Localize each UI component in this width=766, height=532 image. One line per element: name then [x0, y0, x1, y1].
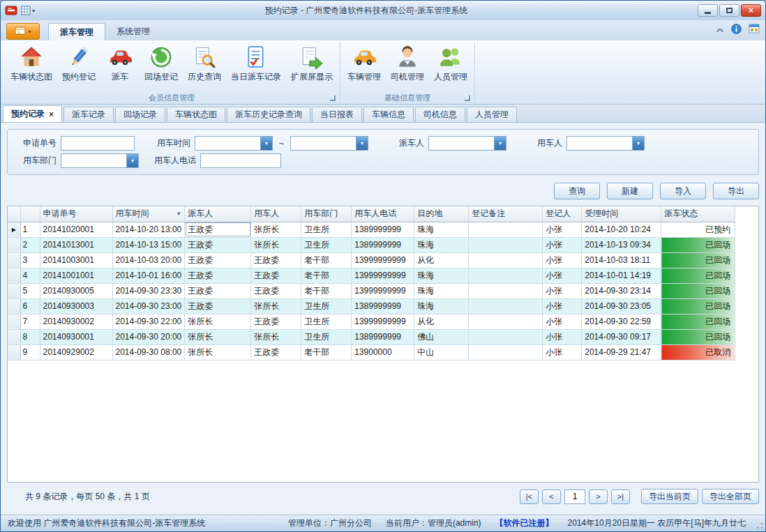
- grid-cell[interactable]: 卫生所: [301, 329, 352, 344]
- grid-cell[interactable]: 小张: [543, 252, 582, 268]
- chevron-down-icon[interactable]: ▼: [356, 137, 368, 150]
- extended-screen-display-button[interactable]: 扩展屏显示: [286, 42, 338, 84]
- close-button[interactable]: ×: [741, 4, 761, 17]
- grid-cell[interactable]: 张所长: [185, 329, 251, 344]
- use-time-to-dropdown[interactable]: ▼: [290, 136, 368, 151]
- grid-row[interactable]: 8201409300012014-09-30 20:00张所长张所长卫生所138…: [8, 329, 735, 344]
- grid-cell[interactable]: 王政委: [251, 283, 301, 298]
- grid-cell[interactable]: 13999999999: [352, 314, 414, 329]
- maximize-button[interactable]: [719, 4, 739, 17]
- grid-cell[interactable]: 老干部: [301, 344, 352, 360]
- history-query-button[interactable]: 历史查询: [183, 42, 226, 84]
- doc-tab-personnel-management[interactable]: 人员管理: [467, 107, 517, 122]
- grid-cell[interactable]: 张所长: [251, 329, 301, 344]
- return-register-button[interactable]: 回场登记: [140, 42, 183, 84]
- grid-cell[interactable]: 2014-10-01 14:19: [582, 268, 661, 283]
- grid-cell[interactable]: 王政委: [185, 252, 251, 268]
- grid-cell[interactable]: 1389999999: [352, 222, 414, 237]
- grid-cell[interactable]: [469, 222, 543, 237]
- grid-cell[interactable]: 珠海: [414, 298, 469, 314]
- grid-cell[interactable]: 2014-09-30 08:00: [112, 344, 185, 360]
- grid-cell[interactable]: 老干部: [301, 252, 352, 268]
- tab-close-icon[interactable]: ×: [49, 110, 54, 119]
- grid-cell[interactable]: 2014-10-13 15:00: [112, 237, 185, 252]
- column-header-申请单号[interactable]: 申请单号: [40, 206, 112, 222]
- vehicle-status-chart-button[interactable]: 车辆状态图: [6, 42, 57, 84]
- grid-cell[interactable]: [469, 252, 543, 268]
- doc-tab-vehicle-status-chart[interactable]: 车辆状态图: [167, 107, 225, 122]
- grid-cell[interactable]: 张所长: [251, 237, 301, 252]
- grid-cell[interactable]: 王政委: [251, 314, 301, 329]
- prev-page-button[interactable]: <: [542, 489, 561, 504]
- grid-cell[interactable]: 张所长: [251, 222, 301, 237]
- order-no-input[interactable]: [61, 136, 135, 151]
- user-dropdown[interactable]: ▼: [566, 136, 645, 151]
- dispatcher-dropdown[interactable]: ▼: [428, 136, 506, 151]
- reservation-register-button[interactable]: 预约登记: [57, 42, 100, 84]
- export-button[interactable]: 导出: [713, 183, 759, 199]
- grid-cell[interactable]: 老干部: [301, 283, 352, 298]
- ribbon-tab-system-management[interactable]: 系统管理: [105, 23, 161, 40]
- grid-row[interactable]: 5201409300052014-09-30 23:30王政委王政委老干部139…: [8, 283, 735, 298]
- minimize-button[interactable]: [698, 4, 718, 17]
- doc-tab-driver-info[interactable]: 司机信息: [415, 107, 465, 122]
- doc-tab-daily-report[interactable]: 当日报表: [312, 107, 362, 122]
- grid-cell[interactable]: 小张: [543, 283, 582, 298]
- grid-cell[interactable]: [469, 344, 543, 360]
- column-header-登记人[interactable]: 登记人: [543, 206, 582, 222]
- grid-row[interactable]: 4201410010012014-10-01 16:00王政委王政委老干部139…: [8, 268, 735, 283]
- grid-cell[interactable]: 20140930001: [40, 329, 112, 344]
- last-page-button[interactable]: >|: [611, 489, 630, 504]
- doc-tab-vehicle-info[interactable]: 车辆信息: [363, 107, 414, 122]
- column-header-受理时间[interactable]: 受理时间: [582, 206, 661, 222]
- dispatch-status-cell[interactable]: 已回场: [661, 298, 735, 314]
- grid-cell[interactable]: 王政委: [185, 298, 251, 314]
- ribbon-tab-dispatch-management[interactable]: 派车管理: [48, 23, 105, 40]
- grid-cell[interactable]: 珠海: [414, 237, 469, 252]
- grid-cell[interactable]: 王政委: [185, 237, 251, 252]
- grid-cell[interactable]: 小张: [543, 314, 582, 329]
- doc-tab-return-records[interactable]: 回场记录: [115, 107, 165, 122]
- today-dispatch-records-button[interactable]: 当日派车记录: [226, 42, 286, 84]
- column-header-登记备注[interactable]: 登记备注: [469, 206, 543, 222]
- grid-cell[interactable]: 2014-10-13 09:34: [582, 237, 661, 252]
- license-status-link[interactable]: 【软件已注册】: [495, 517, 554, 529]
- grid-cell[interactable]: 20140929002: [40, 344, 112, 360]
- grid-cell[interactable]: 20140930002: [40, 314, 112, 329]
- dialog-launcher-icon[interactable]: [465, 96, 470, 101]
- grid-cell[interactable]: 2014-10-20 13:00: [112, 222, 185, 237]
- grid-cell[interactable]: 佛山: [414, 329, 469, 344]
- grid-cell[interactable]: 20140930003: [40, 298, 112, 314]
- dispatch-status-cell[interactable]: 已回场: [661, 329, 735, 344]
- column-header-用车部门[interactable]: 用车部门: [301, 206, 352, 222]
- grid-cell[interactable]: 小张: [543, 268, 582, 283]
- grid-cell[interactable]: 张所长: [185, 314, 251, 329]
- grid-row[interactable]: 7201409300022014-09-30 22:00张所长王政委卫生所139…: [8, 314, 735, 329]
- grid-cell[interactable]: 2014-10-03 20:00: [112, 252, 185, 268]
- grid-cell[interactable]: 1389999999: [352, 237, 414, 252]
- grid-cell[interactable]: 珠海: [414, 283, 469, 298]
- grid-cell[interactable]: 王政委: [251, 268, 301, 283]
- export-current-page-button[interactable]: 导出当前页: [641, 489, 698, 504]
- driver-management-button[interactable]: 司机管理: [386, 42, 429, 84]
- grid-row[interactable]: ▶1201410200012014-10-20 13:00王政委张所长卫生所13…: [8, 222, 735, 237]
- grid-cell[interactable]: 珠海: [414, 222, 469, 237]
- doc-tab-reservation-records[interactable]: 预约记录×: [3, 105, 62, 122]
- grid-cell[interactable]: 2014-09-30 23:14: [582, 283, 661, 298]
- first-page-button[interactable]: |<: [520, 489, 539, 504]
- vehicle-management-button[interactable]: 车辆管理: [343, 42, 386, 84]
- titlebar[interactable]: ▾ 预约记录 - 广州爱奇迪软件科技有限公司-派车管理系统 ×: [1, 1, 765, 20]
- grid-cell[interactable]: 王政委: [185, 283, 251, 298]
- resize-grip[interactable]: [756, 522, 763, 529]
- grid-cell[interactable]: 13900000: [352, 344, 414, 360]
- grid-cell[interactable]: 1389999999: [352, 329, 414, 344]
- grid-cell[interactable]: 王政委: [185, 268, 251, 283]
- grid-cell[interactable]: 20141013001: [40, 237, 112, 252]
- grid-cell[interactable]: 小张: [543, 237, 582, 252]
- dispatch-status-cell[interactable]: 已预约: [661, 222, 735, 237]
- query-button[interactable]: 查询: [554, 183, 600, 199]
- grid-cell[interactable]: 2014-09-30 22:00: [112, 314, 185, 329]
- dispatch-status-cell[interactable]: 已回场: [661, 314, 735, 329]
- grid-cell[interactable]: [469, 298, 543, 314]
- use-time-from-dropdown[interactable]: ▼: [195, 136, 273, 151]
